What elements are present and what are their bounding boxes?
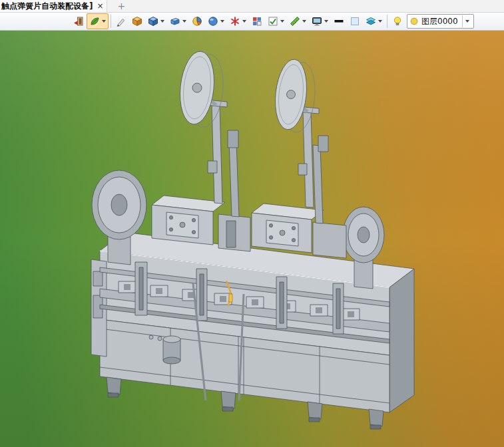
chevron-down-icon[interactable] <box>242 20 246 23</box>
light-square-button[interactable] <box>347 13 363 29</box>
door-arrow-icon <box>73 16 84 27</box>
toolbar-separator <box>387 15 387 28</box>
lightbulb-button[interactable] <box>389 13 405 29</box>
chevron-down-icon[interactable] <box>378 20 382 23</box>
lightbulb-icon <box>392 16 403 27</box>
chevron-down-icon[interactable] <box>220 20 224 23</box>
chevron-down-icon[interactable] <box>160 20 164 23</box>
monitor-icon <box>312 16 322 27</box>
layers-icon <box>366 16 376 27</box>
combo-dropdown-button[interactable] <box>462 15 472 27</box>
layers-button[interactable] <box>363 13 385 29</box>
toolbar-separator <box>111 15 111 28</box>
red-asterisk-button[interactable] <box>227 13 249 29</box>
pie-chart-button[interactable] <box>189 13 205 29</box>
chevron-down-icon[interactable] <box>102 20 106 23</box>
layer-color-icon <box>409 17 419 26</box>
blue-cube-button[interactable] <box>145 13 167 29</box>
pen-icon <box>116 16 126 27</box>
toolbar: 图层0000 <box>0 13 504 31</box>
chevron-down-icon[interactable] <box>302 20 306 23</box>
monitor-button[interactable] <box>309 13 331 29</box>
orange-cube-icon <box>132 16 142 27</box>
blue-sphere-button[interactable] <box>205 13 227 29</box>
viewport-canvas[interactable] <box>0 31 504 447</box>
light-square-icon <box>350 16 360 27</box>
blue-sphere-icon <box>208 16 218 27</box>
blue-cube-icon <box>148 16 158 27</box>
chevron-down-icon[interactable] <box>182 20 186 23</box>
red-asterisk-icon <box>230 16 240 27</box>
door-arrow-button[interactable] <box>71 13 87 29</box>
blue-box-icon <box>170 16 180 27</box>
leaf-tool-button[interactable] <box>87 13 109 29</box>
chevron-down-icon[interactable] <box>324 20 328 23</box>
black-bar-icon <box>334 16 344 27</box>
layer-combobox[interactable]: 图层0000 <box>407 14 474 29</box>
green-ruler-button[interactable] <box>287 13 309 29</box>
pie-chart-icon <box>192 16 202 27</box>
layer-combo-value: 图层0000 <box>421 16 458 27</box>
pen-button[interactable] <box>113 13 129 29</box>
document-tab[interactable]: 触点弹簧片自动装配设备] × <box>0 0 107 12</box>
checkbox-button[interactable] <box>265 13 287 29</box>
green-ruler-icon <box>290 16 300 27</box>
leaf-icon <box>89 16 100 27</box>
black-bar-button[interactable] <box>331 13 347 29</box>
chevron-down-icon <box>465 20 469 23</box>
tab-title: 触点弹簧片自动装配设备] <box>1 1 93 12</box>
new-tab-button[interactable]: + <box>118 1 126 11</box>
checkbox-icon <box>268 16 278 27</box>
grid-button[interactable] <box>249 13 265 29</box>
chevron-down-icon[interactable] <box>280 20 284 23</box>
grid-icon <box>252 16 262 27</box>
tab-bar: 触点弹簧片自动装配设备] × + <box>0 0 504 13</box>
orange-cube-button[interactable] <box>129 13 145 29</box>
blue-box-button[interactable] <box>167 13 189 29</box>
viewport[interactable] <box>0 31 504 447</box>
close-icon[interactable]: × <box>97 2 103 10</box>
